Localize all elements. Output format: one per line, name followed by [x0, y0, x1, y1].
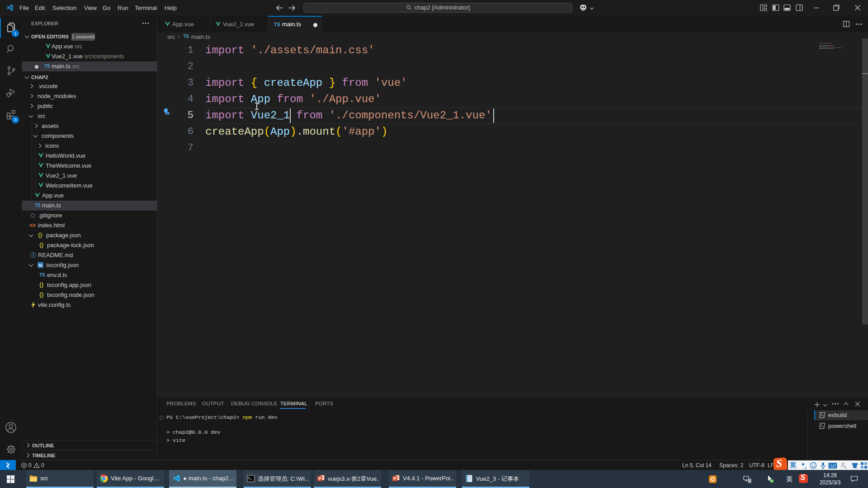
svg-text:P: P — [319, 476, 321, 481]
svg-text:P: P — [394, 476, 396, 481]
